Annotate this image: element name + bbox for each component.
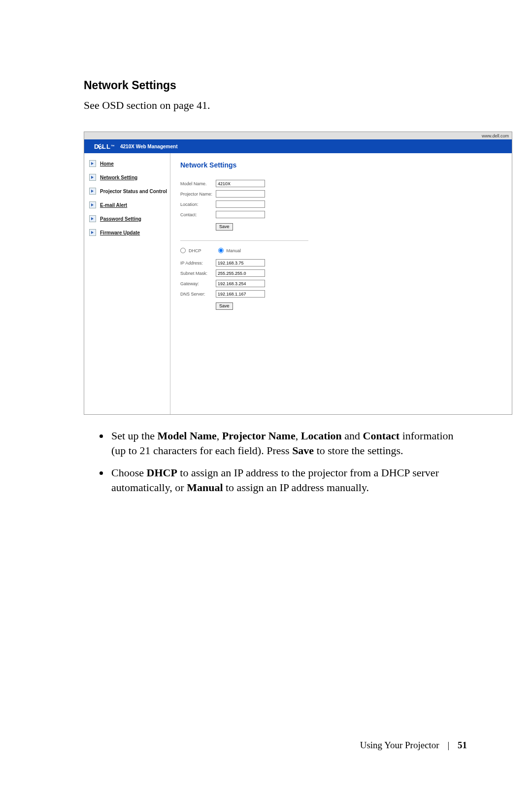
label-subnet: Subnet Mask: [180,271,216,276]
divider [180,240,308,241]
label-dns: DNS Server: [180,292,216,297]
bullet-list: Set up the Model Name, Projector Name, L… [84,429,468,495]
nav-label: E-mail Alert [100,202,127,208]
input-dns[interactable] [216,290,265,298]
arrow-icon [89,174,96,181]
label-projector: Projector Name: [180,192,216,197]
radio-manual-input[interactable] [218,248,224,253]
label-ip: IP Address: [180,261,216,266]
row-model: Model Name. [180,180,502,187]
input-gateway[interactable] [216,280,265,287]
radio-row: DHCP Manual [180,248,502,253]
nav-label: Password Setting [100,216,141,222]
nav-label: Firmware Update [100,230,140,235]
row-projector: Projector Name: [180,190,502,198]
arrow-icon [89,201,96,208]
label-location: Location: [180,202,216,207]
input-location[interactable] [216,200,265,208]
nav-status[interactable]: Projector Status and Control [89,188,170,195]
header-bar: DELL™ 4210X Web Management [84,139,512,153]
arrow-icon [89,160,96,167]
nav-firmware[interactable]: Firmware Update [89,229,170,236]
input-subnet[interactable] [216,269,265,277]
input-contact[interactable] [216,211,265,218]
nav-network[interactable]: Network Setting [89,174,170,181]
page-number: 51 [458,740,467,750]
nav-password[interactable]: Password Setting [89,215,170,222]
arrow-icon [89,188,96,195]
sidebar: Home Network Setting Projector Status an… [84,153,170,414]
url-bar: www.dell.com [84,132,512,139]
intro-text: See OSD section on page 41. [84,99,468,112]
radio-dhcp[interactable]: DHCP [180,248,201,253]
radio-manual[interactable]: Manual [218,248,241,253]
bullet-2: Choose DHCP to assign an IP address to t… [109,466,468,496]
page-footer: Using Your Projector | 51 [360,740,467,751]
nav-label: Network Setting [100,175,137,180]
row-dns: DNS Server: [180,290,502,298]
nav-label: Home [100,161,114,166]
dell-logo: DELL™ [94,143,115,150]
arrow-icon [89,229,96,236]
row-ip: IP Address: [180,259,502,266]
footer-separator: | [447,740,449,750]
label-gateway: Gateway: [180,281,216,286]
input-projector[interactable] [216,190,265,198]
row-contact: Contact: [180,211,502,218]
logo-subtitle: 4210X Web Management [120,144,178,149]
section-heading: Network Settings [84,79,468,92]
panel-body: Home Network Setting Projector Status an… [84,153,512,414]
row-subnet: Subnet Mask: [180,269,502,277]
nav-label: Projector Status and Control [100,189,167,194]
input-ip[interactable] [216,259,265,266]
content-area: Network Settings Model Name. Projector N… [170,153,512,414]
content-title: Network Settings [180,161,502,169]
label-model: Model Name. [180,181,216,186]
input-model[interactable] [216,180,265,187]
radio-dhcp-input[interactable] [180,248,186,253]
bullet-1: Set up the Model Name, Projector Name, L… [109,429,468,459]
footer-text: Using Your Projector [360,740,439,750]
save-button-2[interactable]: Save [216,302,233,310]
nav-home[interactable]: Home [89,160,170,167]
nav-email[interactable]: E-mail Alert [89,201,170,208]
page: Network Settings See OSD section on page… [0,0,532,798]
row-location: Location: [180,200,502,208]
settings-screenshot: www.dell.com DELL™ 4210X Web Management … [84,132,512,415]
arrow-icon [89,215,96,222]
label-contact: Contact: [180,212,216,217]
row-gateway: Gateway: [180,280,502,287]
save-button-1[interactable]: Save [216,223,233,231]
